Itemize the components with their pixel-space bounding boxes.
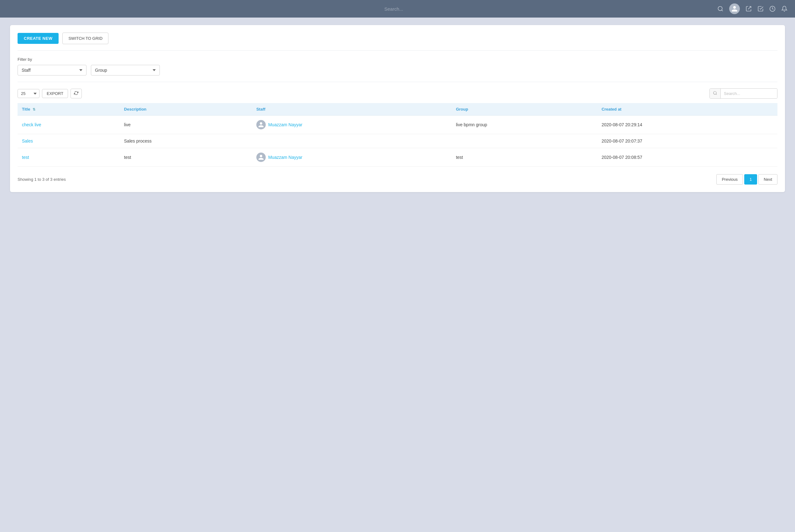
main-card: CREATE NEW SWITCH TO GRID Filter by Staf… [10,25,785,192]
check-square-icon[interactable] [757,6,764,12]
staff-avatar-icon [256,153,266,162]
cell-title[interactable]: check live [18,116,120,134]
staff-name: Muazzam Nayyar [268,122,302,127]
svg-point-3 [714,92,716,94]
sort-icon-title: ⇅ [33,108,35,112]
col-description: Description [120,103,252,116]
cell-staff: Muazzam Nayyar [252,148,452,167]
data-table: Title ⇅ Description Staff Group Created … [18,103,777,167]
table-header: Title ⇅ Description Staff Group Created … [18,103,777,116]
topbar-search-input[interactable] [347,6,441,12]
topbar-search-wrap [70,6,717,12]
svg-line-1 [722,10,723,11]
table-controls: 25 10 50 100 EXPORT [18,88,777,99]
staff-filter-select[interactable]: Staff [18,65,87,76]
table-row: testtest Muazzam Nayyar test2020-08-07 2… [18,148,777,167]
staff-avatar-icon [256,120,266,129]
next-button[interactable]: Next [758,174,777,185]
staff-cell: Muazzam Nayyar [256,153,447,162]
table-search-icon [710,89,721,98]
cell-group: live bpmn group [452,116,597,134]
svg-line-4 [716,94,717,95]
cell-description: live [120,116,252,134]
col-group: Group [452,103,597,116]
cell-group [452,134,597,148]
refresh-button[interactable] [71,89,82,98]
avatar[interactable] [729,3,740,14]
table-row: SalesSales process2020-08-07 20:07:37 [18,134,777,148]
table-body: check livelive Muazzam Nayyar live bpmn … [18,116,777,167]
cell-created-at: 2020-08-07 20:07:37 [597,134,777,148]
topbar [0,0,795,18]
search-icon[interactable] [717,6,723,12]
share-icon[interactable] [745,6,752,12]
staff-cell: Muazzam Nayyar [256,120,447,129]
cell-group: test [452,148,597,167]
cell-staff [252,134,452,148]
clock-icon[interactable] [769,6,776,12]
table-row: check livelive Muazzam Nayyar live bpmn … [18,116,777,134]
previous-button[interactable]: Previous [716,174,743,185]
col-staff: Staff [252,103,452,116]
cell-title[interactable]: test [18,148,120,167]
pagination-buttons: Previous 1 Next [716,174,777,185]
main-wrapper: CREATE NEW SWITCH TO GRID Filter by Staf… [0,18,795,200]
table-search-wrap [709,88,777,99]
cell-title[interactable]: Sales [18,134,120,148]
group-filter-select[interactable]: Group [91,65,160,76]
svg-point-0 [718,6,722,11]
filter-section: Filter by Staff Group [18,57,777,82]
toolbar-top: CREATE NEW SWITCH TO GRID [18,33,777,51]
staff-name: Muazzam Nayyar [268,155,302,160]
create-new-button[interactable]: CREATE NEW [18,33,59,44]
cell-description: test [120,148,252,167]
col-created-at: Created at [597,103,777,116]
bell-icon[interactable] [781,6,788,12]
cell-created-at: 2020-08-07 20:08:57 [597,148,777,167]
pagination-row: Showing 1 to 3 of 3 entries Previous 1 N… [18,174,777,185]
switch-to-grid-button[interactable]: SWITCH TO GRID [62,33,109,44]
per-page-select[interactable]: 25 10 50 100 [18,89,39,98]
cell-staff: Muazzam Nayyar [252,116,452,134]
page-1-button[interactable]: 1 [744,174,757,185]
topbar-icons [717,3,788,14]
table-search-input[interactable] [721,89,777,98]
table-controls-left: 25 10 50 100 EXPORT [18,89,82,98]
filter-row: Staff Group [18,65,777,76]
cell-created-at: 2020-08-07 20:29:14 [597,116,777,134]
showing-text: Showing 1 to 3 of 3 entries [18,177,66,182]
cell-description: Sales process [120,134,252,148]
col-title[interactable]: Title ⇅ [18,103,120,116]
export-button[interactable]: EXPORT [42,89,68,98]
filter-label: Filter by [18,57,777,62]
